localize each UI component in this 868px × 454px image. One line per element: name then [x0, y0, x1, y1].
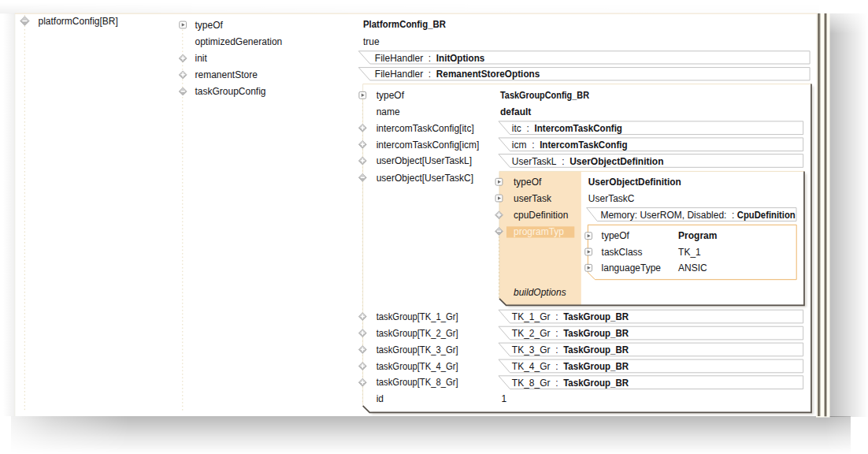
svg-text:itc : IntercomTaskConfig: itc : IntercomTaskConfig: [512, 123, 622, 134]
svg-text:init: init: [195, 53, 208, 64]
svg-text:Program: Program: [678, 230, 717, 241]
svg-text:cpuDefinition: cpuDefinition: [514, 210, 568, 221]
svg-text:1: 1: [502, 393, 507, 404]
svg-text:TK_1_Gr : TaskGroup_BR: TK_1_Gr : TaskGroup_BR: [512, 311, 629, 322]
svg-text:typeOf: typeOf: [377, 90, 405, 101]
svg-text:FileHandler : RemanentStoreO: FileHandler : RemanentStoreOptions: [375, 69, 540, 80]
svg-text:TK_4_Gr : TaskGroup_BR: TK_4_Gr : TaskGroup_BR: [512, 361, 629, 372]
svg-text:taskGroup[TK_3_Gr]: taskGroup[TK_3_Gr]: [377, 344, 458, 355]
svg-text:intercomTaskConfig[itc]: intercomTaskConfig[itc]: [377, 123, 474, 134]
svg-text:typeOf: typeOf: [195, 20, 224, 31]
svg-text:name: name: [377, 106, 400, 117]
svg-text:UserTaskC: UserTaskC: [588, 193, 635, 204]
svg-text:buildOptions: buildOptions: [514, 287, 566, 298]
svg-text:taskGroup[TK_4_Gr]: taskGroup[TK_4_Gr]: [377, 361, 458, 372]
svg-text:programTyp: programTyp: [514, 226, 564, 237]
svg-text:languageType: languageType: [602, 262, 662, 274]
svg-text:TaskGroupConfig_BR: TaskGroupConfig_BR: [500, 90, 589, 101]
svg-text:TK_8_Gr : TaskGroup_BR: TK_8_Gr : TaskGroup_BR: [512, 378, 629, 389]
svg-text:UserTaskL : UserObjectDefini: UserTaskL : UserObjectDefinition: [512, 156, 664, 167]
svg-text:FileHandler : InitOptions: FileHandler : InitOptions: [375, 53, 485, 64]
svg-text:userObject[UserTaskL]: userObject[UserTaskL]: [377, 155, 472, 166]
svg-text:default: default: [500, 106, 531, 117]
svg-text:taskClass: taskClass: [602, 247, 643, 258]
svg-text:ANSIC: ANSIC: [678, 262, 707, 274]
svg-text:typeOf: typeOf: [514, 177, 542, 188]
svg-text:taskGroup[TK_8_Gr]: taskGroup[TK_8_Gr]: [377, 377, 458, 388]
svg-text:id: id: [377, 393, 384, 404]
svg-text:taskGroupConfig: taskGroupConfig: [195, 86, 266, 97]
svg-text:TK_3_Gr : TaskGroup_BR: TK_3_Gr : TaskGroup_BR: [512, 344, 629, 355]
svg-text:TK_2_Gr : TaskGroup_BR: TK_2_Gr : TaskGroup_BR: [512, 328, 629, 339]
svg-text:UserObjectDefinition: UserObjectDefinition: [588, 177, 681, 188]
svg-text:taskGroup[TK_2_Gr]: taskGroup[TK_2_Gr]: [377, 328, 458, 339]
svg-text:userTask: userTask: [514, 193, 552, 204]
svg-text:TK_1: TK_1: [678, 247, 701, 258]
svg-text:platformConfig[BR]: platformConfig[BR]: [39, 16, 118, 27]
svg-text:PlatformConfig_BR: PlatformConfig_BR: [363, 19, 446, 30]
svg-text:userObject[UserTaskC]: userObject[UserTaskC]: [377, 173, 473, 184]
svg-text:taskGroup[TK_1_Gr]: taskGroup[TK_1_Gr]: [377, 311, 458, 322]
svg-text:icm : IntercomTaskConfig: icm : IntercomTaskConfig: [512, 140, 628, 151]
svg-text:intercomTaskConfig[icm]: intercomTaskConfig[icm]: [377, 140, 480, 151]
svg-text:remanentStore: remanentStore: [195, 69, 258, 80]
svg-text:optimizedGeneration: optimizedGeneration: [195, 36, 283, 47]
svg-text:true: true: [363, 36, 380, 47]
svg-text:typeOf: typeOf: [602, 230, 630, 241]
svg-text:Memory: UserROM, Disabled: :: Memory: UserROM, Disabled: : CpuDefiniti…: [600, 210, 795, 221]
